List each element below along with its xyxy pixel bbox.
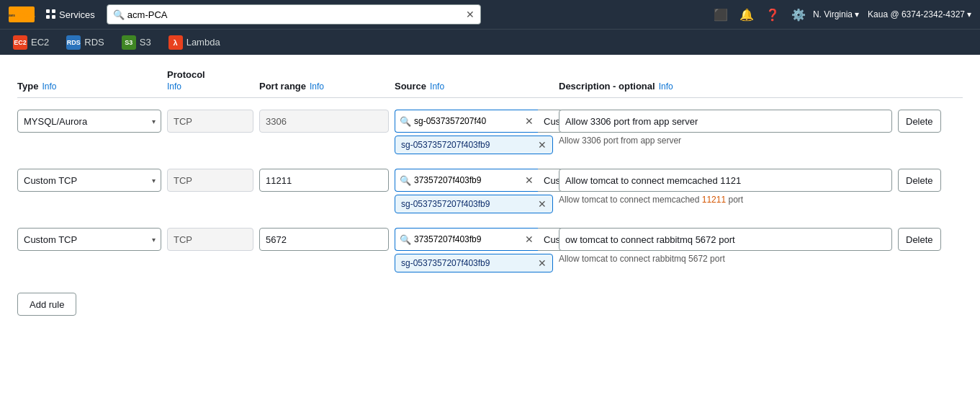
port-field-3 bbox=[259, 228, 389, 251]
type-select-wrapper-2: Custom TCP ▾ bbox=[17, 169, 161, 192]
search-icon: 🔍 bbox=[400, 116, 411, 127]
type-select-2[interactable]: Custom TCP bbox=[17, 169, 161, 192]
type-info-link[interactable]: Info bbox=[42, 81, 56, 92]
port-column-header: Port range Info bbox=[259, 81, 389, 92]
grid-icon bbox=[46, 9, 56, 19]
rds-label: RDS bbox=[84, 37, 104, 48]
port-field-2 bbox=[259, 169, 389, 192]
table-header: Type Info Protocol Info Port range Info … bbox=[17, 69, 963, 98]
sidebar-item-rds[interactable]: RDS RDS bbox=[59, 32, 111, 53]
search-icon: 🔍 bbox=[400, 234, 411, 245]
delete-cell-2: Delete bbox=[898, 169, 963, 192]
protocol-field-1 bbox=[167, 110, 253, 133]
source-cell-2: 🔍 ✕ Cus... ▾ sg-0537357207f403fb9 ✕ bbox=[395, 169, 553, 213]
sg-tag-3: sg-0537357207f403fb9 ✕ bbox=[395, 254, 553, 272]
type-select-3[interactable]: Custom TCP bbox=[17, 228, 161, 251]
source-combined-1: 🔍 ✕ Cus... ▾ bbox=[395, 110, 553, 133]
description-cell-3: Allow tomcat to connect rabbitmq 5672 po… bbox=[559, 228, 892, 264]
source-search-input-1[interactable] bbox=[414, 116, 522, 126]
sidebar-item-s3[interactable]: S3 S3 bbox=[114, 32, 158, 53]
global-search-input[interactable] bbox=[127, 9, 466, 20]
protocol-column-header: Protocol Info bbox=[167, 69, 253, 92]
remove-sg-icon-2[interactable]: ✕ bbox=[538, 198, 547, 210]
description-cell-1: Allow 3306 port from app server bbox=[559, 110, 892, 146]
description-cell-2: Allow tomcat to connect memcached 11211 … bbox=[559, 169, 892, 205]
global-search-bar[interactable]: 🔍 ✕ bbox=[107, 4, 481, 25]
remove-sg-icon-3[interactable]: ✕ bbox=[538, 257, 547, 269]
chevron-down-icon: ▾ bbox=[855, 9, 859, 19]
protocol-input-1 bbox=[167, 110, 253, 133]
s3-label: S3 bbox=[140, 37, 151, 48]
description-hint-2: Allow tomcat to connect memcached 11211 … bbox=[559, 195, 892, 205]
port-info-link[interactable]: Info bbox=[310, 81, 324, 92]
search-icon: 🔍 bbox=[400, 175, 411, 186]
ec2-label: EC2 bbox=[31, 37, 49, 48]
source-search-3[interactable]: 🔍 ✕ bbox=[395, 228, 538, 251]
add-rule-button[interactable]: Add rule bbox=[17, 293, 76, 316]
delete-cell-3: Delete bbox=[898, 228, 963, 251]
delete-button-1[interactable]: Delete bbox=[898, 110, 941, 133]
top-navigation: aws aws Services 🔍 ✕ ⬛ 🔔 ❓ ⚙️ N. Virgini… bbox=[0, 0, 980, 29]
port-input-2[interactable] bbox=[259, 169, 389, 192]
account-menu[interactable]: Kaua @ 6374-2342-4327 ▾ bbox=[868, 9, 971, 19]
source-search-input-3[interactable] bbox=[414, 234, 522, 244]
port-input-1 bbox=[259, 110, 389, 133]
clear-source-icon-3[interactable]: ✕ bbox=[525, 234, 534, 245]
source-search-1[interactable]: 🔍 ✕ bbox=[395, 110, 538, 133]
protocol-field-2 bbox=[167, 169, 253, 192]
source-column-header: Source Info bbox=[395, 81, 553, 92]
rds-icon: RDS bbox=[66, 35, 81, 50]
s3-icon: S3 bbox=[122, 35, 136, 50]
description-column-header: Description - optional Info bbox=[559, 81, 892, 92]
clear-source-icon-1[interactable]: ✕ bbox=[525, 115, 534, 127]
source-cell-1: 🔍 ✕ Cus... ▾ sg-0537357207f403fb9 ✕ bbox=[395, 110, 553, 154]
ec2-icon: EC2 bbox=[13, 35, 27, 50]
port-field-1 bbox=[259, 110, 389, 133]
services-label: Services bbox=[59, 9, 95, 20]
protocol-input-2 bbox=[167, 169, 253, 192]
remove-sg-icon-1[interactable]: ✕ bbox=[538, 139, 547, 151]
type-select-wrapper-3: Custom TCP ▾ bbox=[17, 228, 161, 251]
protocol-input-3 bbox=[167, 228, 253, 251]
description-info-link[interactable]: Info bbox=[659, 81, 673, 92]
protocol-info-link[interactable]: Info bbox=[167, 81, 253, 92]
settings-icon-button[interactable]: ⚙️ bbox=[787, 3, 810, 26]
port-input-3[interactable] bbox=[259, 228, 389, 251]
services-menu[interactable]: Services bbox=[40, 6, 101, 23]
delete-button-3[interactable]: Delete bbox=[898, 228, 941, 251]
type-select-wrapper-1: MYSQL/Aurora ▾ bbox=[17, 110, 161, 133]
table-row: MYSQL/Aurora ▾ 🔍 ✕ Cus... ▾ bbox=[17, 110, 963, 154]
description-input-1[interactable] bbox=[559, 110, 892, 133]
table-row: Custom TCP ▾ 🔍 ✕ Cus... ▾ bbox=[17, 228, 963, 272]
protocol-field-3 bbox=[167, 228, 253, 251]
sidebar-item-ec2[interactable]: EC2 EC2 bbox=[6, 32, 56, 53]
type-column-header: Type Info bbox=[17, 81, 161, 92]
help-icon-button[interactable]: ❓ bbox=[761, 3, 784, 26]
description-hint-3: Allow tomcat to connect rabbitmq 5672 po… bbox=[559, 254, 892, 264]
source-combined-2: 🔍 ✕ Cus... ▾ bbox=[395, 169, 553, 192]
sg-tag-2: sg-0537357207f403fb9 ✕ bbox=[395, 195, 553, 213]
sg-tag-1: sg-0537357207f403fb9 ✕ bbox=[395, 136, 553, 154]
clear-search-icon[interactable]: ✕ bbox=[466, 9, 475, 20]
description-input-2[interactable] bbox=[559, 169, 892, 192]
region-selector[interactable]: N. Virginia ▾ bbox=[813, 9, 859, 19]
source-info-link[interactable]: Info bbox=[430, 81, 444, 92]
bell-icon-button[interactable]: 🔔 bbox=[735, 3, 758, 26]
service-navigation: EC2 EC2 RDS RDS S3 S3 λ Lambda bbox=[0, 29, 980, 55]
sidebar-item-lambda[interactable]: λ Lambda bbox=[161, 32, 228, 53]
source-combined-3: 🔍 ✕ Cus... ▾ bbox=[395, 228, 553, 251]
delete-button-2[interactable]: Delete bbox=[898, 169, 941, 192]
inbox-icon-button[interactable]: ⬛ bbox=[709, 3, 732, 26]
table-row: Custom TCP ▾ 🔍 ✕ Cus... ▾ bbox=[17, 169, 963, 213]
delete-cell-1: Delete bbox=[898, 110, 963, 133]
main-content: Type Info Protocol Info Port range Info … bbox=[0, 55, 980, 408]
type-select-1[interactable]: MYSQL/Aurora bbox=[17, 110, 161, 133]
source-search-2[interactable]: 🔍 ✕ bbox=[395, 169, 538, 192]
search-icon: 🔍 bbox=[113, 9, 125, 20]
svg-text:aws: aws bbox=[9, 14, 15, 17]
source-search-input-2[interactable] bbox=[414, 175, 522, 185]
clear-source-icon-2[interactable]: ✕ bbox=[525, 174, 534, 186]
nav-icons-group: ⬛ 🔔 ❓ ⚙️ N. Virginia ▾ Kaua @ 6374-2342-… bbox=[709, 3, 971, 26]
chevron-down-icon: ▾ bbox=[967, 9, 971, 19]
description-input-3[interactable] bbox=[559, 228, 892, 251]
